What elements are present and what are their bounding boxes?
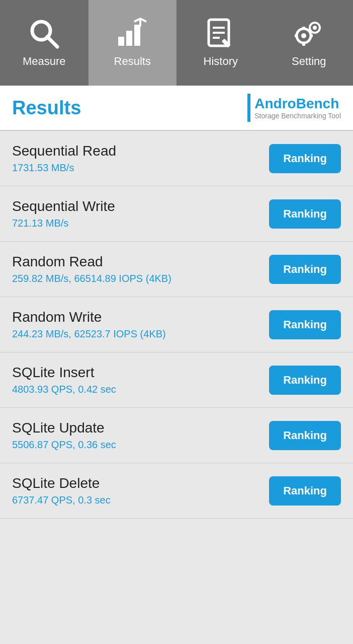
brand-name-blue: Bench bbox=[296, 96, 339, 111]
result-row: Random Write 244.23 MB/s, 62523.7 IOPS (… bbox=[0, 297, 353, 352]
result-info: Sequential Write 721.13 MB/s bbox=[12, 198, 115, 229]
brand-subtitle: Storage Benchmarking Tool bbox=[254, 112, 341, 120]
result-name: Sequential Write bbox=[12, 198, 115, 214]
svg-line-1 bbox=[47, 37, 57, 47]
ranking-button[interactable]: Ranking bbox=[269, 476, 341, 506]
result-row: Sequential Write 721.13 MB/s Ranking bbox=[0, 186, 353, 242]
nav-label-results: Results bbox=[114, 55, 151, 68]
nav-label-setting: Setting bbox=[292, 55, 326, 68]
setting-icon bbox=[293, 18, 325, 50]
result-info: SQLite Update 5506.87 QPS, 0.36 sec bbox=[12, 420, 116, 451]
nav-item-measure[interactable]: Measure bbox=[0, 0, 89, 86]
brand-name-regular: Andro bbox=[254, 96, 296, 111]
svg-rect-16 bbox=[302, 43, 305, 46]
svg-rect-2 bbox=[118, 37, 124, 46]
result-info: SQLite Insert 4803.93 QPS, 0.42 sec bbox=[12, 365, 116, 395]
ranking-button[interactable]: Ranking bbox=[269, 310, 341, 339]
result-name: Random Write bbox=[12, 309, 166, 325]
result-info: SQLite Delete 6737.47 QPS, 0.3 sec bbox=[12, 475, 111, 506]
measure-icon bbox=[28, 18, 60, 50]
result-info: Random Read 259.82 MB/s, 66514.89 IOPS (… bbox=[12, 254, 171, 284]
result-value: 4803.93 QPS, 0.42 sec bbox=[12, 384, 116, 395]
svg-rect-17 bbox=[295, 34, 298, 37]
result-row: SQLite Update 5506.87 QPS, 0.36 sec Rank… bbox=[0, 408, 353, 463]
result-name: SQLite Update bbox=[12, 420, 116, 436]
svg-point-12 bbox=[301, 33, 306, 38]
page-header: Results AndroBench Storage Benchmarking … bbox=[0, 86, 353, 131]
nav-item-setting[interactable]: Setting bbox=[265, 0, 354, 86]
result-info: Sequential Read 1731.53 MB/s bbox=[12, 143, 116, 174]
result-row: Random Read 259.82 MB/s, 66514.89 IOPS (… bbox=[0, 242, 353, 297]
result-row: SQLite Insert 4803.93 QPS, 0.42 sec Rank… bbox=[0, 352, 353, 408]
result-value: 1731.53 MB/s bbox=[12, 162, 116, 174]
ranking-button[interactable]: Ranking bbox=[269, 366, 341, 395]
nav-bar: Measure Results History bbox=[0, 0, 353, 86]
result-value: 6737.47 QPS, 0.3 sec bbox=[12, 494, 111, 506]
svg-rect-3 bbox=[126, 31, 132, 46]
nav-label-measure: Measure bbox=[23, 55, 66, 68]
brand-logo: AndroBench Storage Benchmarking Tool bbox=[247, 94, 341, 122]
ranking-button[interactable]: Ranking bbox=[269, 255, 341, 284]
results-icon bbox=[116, 18, 148, 50]
brand-text-block: AndroBench Storage Benchmarking Tool bbox=[254, 96, 341, 120]
brand-name: AndroBench bbox=[254, 96, 341, 112]
result-name: Random Read bbox=[12, 254, 171, 270]
result-name: SQLite Insert bbox=[12, 365, 116, 381]
svg-rect-4 bbox=[134, 25, 140, 46]
result-row: Sequential Read 1731.53 MB/s Ranking bbox=[0, 131, 353, 186]
result-value: 259.82 MB/s, 66514.89 IOPS (4KB) bbox=[12, 273, 171, 284]
page-title: Results bbox=[12, 97, 81, 119]
result-row: SQLite Delete 6737.47 QPS, 0.3 sec Ranki… bbox=[0, 463, 353, 519]
ranking-button[interactable]: Ranking bbox=[269, 144, 341, 173]
nav-label-history: History bbox=[204, 55, 238, 68]
nav-item-history[interactable]: History bbox=[176, 0, 265, 86]
result-name: SQLite Delete bbox=[12, 475, 111, 491]
result-name: Sequential Read bbox=[12, 143, 116, 159]
history-icon bbox=[205, 18, 237, 50]
svg-point-14 bbox=[313, 26, 317, 30]
result-info: Random Write 244.23 MB/s, 62523.7 IOPS (… bbox=[12, 309, 166, 340]
result-value: 244.23 MB/s, 62523.7 IOPS (4KB) bbox=[12, 328, 166, 340]
nav-item-results[interactable]: Results bbox=[89, 0, 177, 86]
ranking-button[interactable]: Ranking bbox=[269, 421, 341, 450]
ranking-button[interactable]: Ranking bbox=[269, 199, 341, 229]
svg-rect-18 bbox=[310, 34, 313, 37]
svg-rect-15 bbox=[302, 27, 305, 30]
result-value: 5506.87 QPS, 0.36 sec bbox=[12, 439, 116, 451]
results-list: Sequential Read 1731.53 MB/s Ranking Seq… bbox=[0, 131, 353, 519]
result-value: 721.13 MB/s bbox=[12, 218, 115, 229]
brand-bar-decoration bbox=[247, 94, 250, 122]
